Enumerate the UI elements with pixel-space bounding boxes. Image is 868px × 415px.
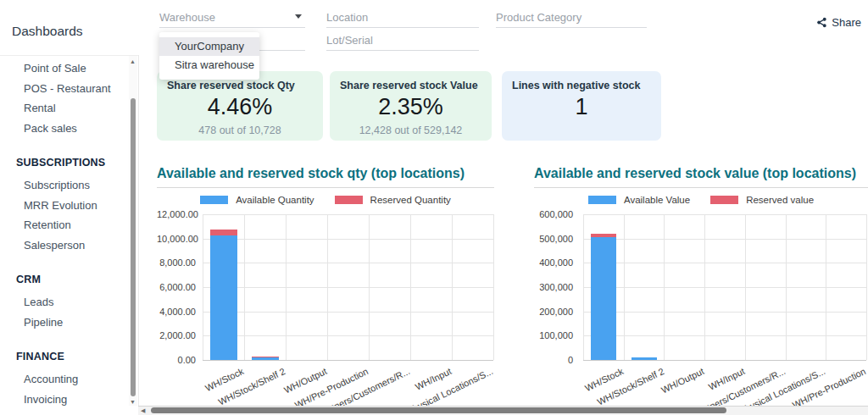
- kpi-value: 1: [512, 94, 651, 120]
- gridline-h: [583, 312, 866, 313]
- horizontal-scrollbar-thumb[interactable]: [151, 407, 726, 413]
- gridline-h: [583, 263, 866, 263]
- sidebar-item-invoicing[interactable]: Invoicing: [24, 392, 67, 407]
- scroll-down-icon[interactable]: ▼: [130, 399, 136, 405]
- gridline-v: [369, 214, 370, 360]
- gridline-v: [704, 214, 705, 360]
- bar-available-quantity-wh-stock-shelf-2: [252, 357, 279, 360]
- gridline-v: [493, 214, 494, 360]
- kpi-subtitle: 478 out of 10,728: [167, 125, 313, 136]
- legend-swatch: [710, 196, 738, 204]
- y-axis-tick: 4,000.00: [157, 307, 196, 317]
- share-icon: [816, 17, 827, 28]
- y-axis-tick: 500,000: [534, 234, 573, 244]
- share-label: Share: [832, 16, 861, 29]
- gridline-h: [583, 335, 866, 336]
- sidebar-section-subscriptions: SUBSCRIPTIONS: [16, 156, 105, 170]
- gridline-v: [826, 214, 826, 360]
- location-input[interactable]: [326, 7, 479, 27]
- kpi-value: 4.46%: [167, 94, 313, 120]
- warehouse-option-yourcompany[interactable]: YourCompany: [159, 37, 259, 56]
- product-category-filter[interactable]: [496, 7, 647, 28]
- sidebar-item-mrr-evolution[interactable]: MRR Evolution: [24, 198, 97, 213]
- gridline-v: [244, 214, 245, 360]
- bar-reserved-quantity-wh-stock: [210, 230, 237, 235]
- sidebar-item-rental[interactable]: Rental: [24, 101, 56, 115]
- lot-serial-filter[interactable]: [326, 30, 479, 51]
- sidebar-divider: [138, 55, 139, 407]
- warehouse-input[interactable]: [159, 7, 305, 27]
- legend-label: Reserved value: [746, 195, 814, 205]
- y-axis-tick: 6,000.00: [157, 282, 196, 292]
- sidebar-item-pos-restaurant[interactable]: POS - Restaurant: [24, 81, 111, 96]
- legend-item-available-quantity[interactable]: Available Quantity: [200, 195, 314, 205]
- bar-available-quantity-wh-stock: [210, 235, 237, 360]
- gridline-v: [866, 214, 867, 360]
- share-button[interactable]: Share: [816, 16, 861, 29]
- chevron-down-icon: [295, 14, 302, 19]
- y-axis-tick: 8,000.00: [157, 257, 196, 268]
- kpi-title: Share reserved stock Qty: [167, 80, 313, 91]
- y-axis-tick: 300,000: [534, 282, 573, 292]
- lot-serial-input[interactable]: [326, 30, 479, 50]
- sidebar-item-pack-sales[interactable]: Pack sales: [24, 121, 77, 136]
- legend-swatch: [200, 196, 228, 204]
- gridline-h: [583, 214, 866, 215]
- location-filter[interactable]: [326, 7, 479, 28]
- gridline-v: [745, 214, 746, 360]
- gridline-h: [583, 360, 866, 361]
- stock-value-chart: Available and reserved stock value (top …: [534, 166, 868, 415]
- scroll-left-icon[interactable]: ◀: [141, 407, 145, 413]
- sidebar-item-pipeline[interactable]: Pipeline: [24, 315, 63, 329]
- y-axis-tick: 10,000.00: [157, 234, 196, 244]
- bar-available-value-wh-stock-shelf-2: [632, 357, 657, 360]
- sidebar-top-divider: [0, 55, 138, 56]
- sidebar-item-subscriptions[interactable]: Subscriptions: [24, 178, 90, 192]
- product-category-input[interactable]: [496, 7, 647, 27]
- scroll-up-icon[interactable]: ▲: [130, 58, 136, 64]
- chart-title: Available and reserved stock qty (top lo…: [157, 166, 494, 188]
- y-axis-tick: 0.00: [157, 355, 196, 365]
- sidebar-item-salesperson[interactable]: Salesperson: [24, 238, 85, 252]
- kpi-subtitle: 12,428 out of 529,142: [340, 125, 481, 136]
- bar-reserved-quantity-wh-stock-shelf-2: [252, 357, 279, 357]
- sidebar-item-accounting[interactable]: Accounting: [24, 372, 78, 386]
- y-axis-tick: 600,000: [534, 209, 573, 219]
- legend-label: Reserved Quantity: [370, 195, 451, 205]
- kpi-card-share-reserved-stock-qty: Share reserved stock Qty4.46%478 out of …: [157, 71, 323, 141]
- gridline-h: [203, 287, 493, 288]
- gridline-h: [203, 214, 493, 215]
- kpi-title: Share reserved stock Value: [340, 80, 481, 91]
- gridline-h: [203, 239, 493, 240]
- warehouse-option-sitra-warehouse[interactable]: Sitra warehouse: [159, 56, 259, 75]
- bar-available-value-wh-stock: [591, 237, 616, 360]
- legend-item-reserved-value[interactable]: Reserved value: [710, 195, 814, 205]
- sidebar-item-point-of-sale[interactable]: Point of Sale: [24, 61, 86, 75]
- gridline-h: [583, 239, 866, 240]
- gridline-h: [203, 335, 493, 336]
- sidebar-item-retention[interactable]: Retention: [24, 218, 71, 232]
- y-axis-tick: 0: [534, 355, 573, 365]
- kpi-value: 2.35%: [340, 94, 481, 120]
- y-axis-tick: 2,000.00: [157, 330, 196, 340]
- sidebar-scrollbar-thumb[interactable]: [131, 98, 136, 396]
- kpi-card-share-reserved-stock-value: Share reserved stock Value2.35%12,428 ou…: [330, 71, 492, 141]
- warehouse-filter[interactable]: [159, 7, 305, 28]
- gridline-v: [203, 214, 203, 360]
- gridline-v: [583, 214, 584, 360]
- legend-item-reserved-quantity[interactable]: Reserved Quantity: [335, 195, 451, 205]
- gridline-v: [452, 214, 453, 360]
- gridline-v: [286, 214, 287, 360]
- bar-reserved-value-wh-stock: [591, 234, 616, 237]
- legend-label: Available Value: [624, 195, 690, 205]
- y-axis-tick: 400,000: [534, 257, 573, 268]
- page-title: Dashboards: [12, 24, 83, 39]
- sidebar-section-finance: FINANCE: [16, 350, 64, 364]
- sidebar-item-leads[interactable]: Leads: [24, 295, 53, 309]
- chart-legend: Available ValueReserved value: [534, 195, 868, 205]
- sidebar-item-dashboards[interactable]: Dashboards: [24, 412, 83, 415]
- y-axis-tick: 200,000: [534, 307, 573, 317]
- stock-qty-chart: Available and reserved stock qty (top lo…: [157, 166, 494, 415]
- legend-item-available-value[interactable]: Available Value: [588, 195, 690, 205]
- chart-legend: Available QuantityReserved Quantity: [157, 195, 494, 205]
